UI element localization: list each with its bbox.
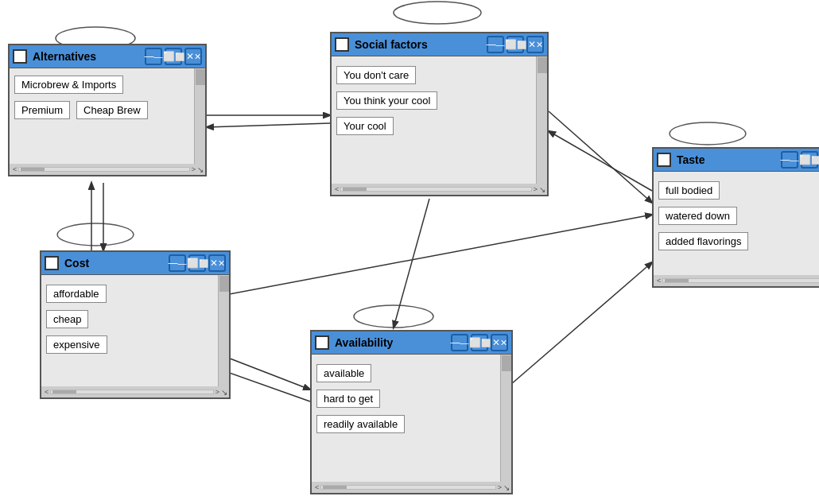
taste-content-area: full bodied watered down added flavoring… [654, 172, 819, 275]
social-close-button[interactable]: ✕ [526, 36, 544, 53]
taste-header: Taste — ⬜ ✕ [654, 149, 819, 172]
taste-minimize-button[interactable]: — [781, 151, 798, 169]
social-footer: < > ↘ [332, 184, 547, 195]
alternatives-scrollbar-v[interactable] [194, 68, 205, 164]
cost-item-3[interactable]: expensive [46, 335, 107, 354]
alternatives-header: Alternatives — ⬜ ✕ [10, 45, 205, 68]
taste-item-2[interactable]: watered down [658, 207, 737, 225]
social-scrollbar-v[interactable] [536, 56, 547, 184]
social-item-3[interactable]: Your cool [336, 117, 394, 135]
svg-point-4 [670, 122, 746, 145]
svg-point-1 [394, 2, 481, 24]
cost-footer: < > ↘ [41, 386, 229, 397]
cost-node: Cost — ⬜ ✕ affordable cheap expensive < … [40, 250, 231, 399]
availability-scroll-thumb [502, 355, 511, 371]
social-minimize-button[interactable]: — [487, 36, 504, 53]
svg-line-15 [549, 131, 652, 191]
social-restore-button[interactable]: ⬜ [507, 36, 524, 53]
cost-checkbox[interactable] [45, 256, 59, 270]
cost-hscroll-thumb [52, 390, 76, 394]
alternatives-checkbox[interactable] [13, 49, 27, 64]
svg-point-2 [57, 223, 134, 246]
alternatives-hscroll-thumb [21, 168, 45, 171]
alternatives-scroll-thumb [196, 69, 205, 85]
svg-line-14 [394, 199, 429, 328]
svg-line-13 [505, 262, 652, 390]
availability-title: Availability [332, 336, 448, 349]
alternatives-restore-button[interactable]: ⬜ [165, 48, 182, 65]
availability-header: Availability — ⬜ ✕ [312, 331, 511, 355]
alternatives-minimize-button[interactable]: — [145, 48, 162, 65]
availability-close-button[interactable]: ✕ [491, 334, 508, 351]
availability-scrollbar-v[interactable] [500, 355, 511, 482]
social-title: Social factors [351, 38, 484, 51]
social-content: You don't care You think your cool Your … [332, 56, 547, 184]
cost-hscroll-track[interactable] [50, 390, 213, 394]
availability-node: Availability — ⬜ ✕ available hard to get… [310, 330, 513, 494]
cost-title: Cost [61, 257, 166, 269]
alternatives-footer: < > ↘ [10, 164, 205, 175]
alternatives-item-3[interactable]: Cheap Brew [76, 101, 148, 119]
svg-line-10 [549, 111, 652, 203]
social-hscroll-thumb [343, 188, 367, 191]
cost-minimize-button[interactable]: — [169, 254, 186, 272]
taste-hscroll-track[interactable] [662, 278, 819, 283]
svg-line-6 [207, 123, 330, 127]
cost-item-1[interactable]: affordable [46, 285, 107, 303]
social-checkbox[interactable] [335, 37, 349, 52]
alternatives-title: Alternatives [29, 50, 142, 63]
taste-checkbox[interactable] [657, 153, 671, 167]
cost-item-2[interactable]: cheap [46, 310, 88, 328]
social-hscroll-track[interactable] [340, 187, 531, 192]
availability-content-area: available hard to get readily available [312, 355, 511, 482]
cost-content: affordable cheap expensive [41, 275, 229, 386]
svg-line-16 [187, 215, 652, 302]
availability-item-2[interactable]: hard to get [316, 390, 380, 408]
availability-restore-button[interactable]: ⬜ [471, 334, 488, 351]
cost-scroll-thumb [219, 276, 229, 292]
social-scroll-thumb [538, 57, 547, 73]
alternatives-item-2[interactable]: Premium [14, 101, 70, 119]
svg-point-3 [354, 305, 433, 328]
alternatives-content-area: Microbrew & Imports Premium Cheap Brew [10, 68, 205, 164]
cost-scrollbar-v[interactable] [218, 275, 229, 386]
alternatives-item-1[interactable]: Microbrew & Imports [14, 76, 123, 94]
cost-content-area: affordable cheap expensive [41, 275, 229, 386]
availability-item-1[interactable]: available [316, 364, 371, 382]
availability-hscroll-track[interactable] [320, 485, 495, 490]
social-item-2[interactable]: You think your cool [336, 91, 437, 110]
availability-footer: < > ↘ [312, 482, 511, 493]
taste-node: Taste — ⬜ ✕ full bodied watered down add… [652, 147, 819, 288]
alternatives-close-button[interactable]: ✕ [184, 48, 202, 65]
availability-minimize-button[interactable]: — [451, 334, 468, 351]
alternatives-node: Alternatives — ⬜ ✕ Microbrew & Imports P… [8, 44, 207, 176]
taste-restore-button[interactable]: ⬜ [801, 151, 818, 169]
social-header: Social factors — ⬜ ✕ [332, 33, 547, 56]
social-content-area: You don't care You think your cool Your … [332, 56, 547, 184]
availability-hscroll-thumb [323, 486, 347, 489]
taste-hscroll-thumb [665, 279, 689, 282]
taste-content: full bodied watered down added flavoring… [654, 172, 819, 275]
taste-title: Taste [673, 153, 778, 166]
alternatives-hscroll-track[interactable] [18, 167, 189, 172]
taste-item-1[interactable]: full bodied [658, 181, 720, 200]
availability-checkbox[interactable] [315, 335, 329, 350]
availability-item-3[interactable]: readily available [316, 415, 405, 433]
cost-header: Cost — ⬜ ✕ [41, 252, 229, 275]
cost-restore-button[interactable]: ⬜ [188, 254, 206, 272]
cost-close-button[interactable]: ✕ [208, 254, 226, 272]
social-node: Social factors — ⬜ ✕ You don't care You … [330, 32, 549, 196]
availability-content: available hard to get readily available [312, 355, 511, 482]
alternatives-content: Microbrew & Imports Premium Cheap Brew [10, 68, 205, 164]
diagram-canvas: Alternatives — ⬜ ✕ Microbrew & Imports P… [0, 0, 819, 504]
social-item-1[interactable]: You don't care [336, 66, 416, 84]
taste-item-3[interactable]: added flavorings [658, 232, 748, 250]
taste-footer: < > ↘ [654, 275, 819, 286]
